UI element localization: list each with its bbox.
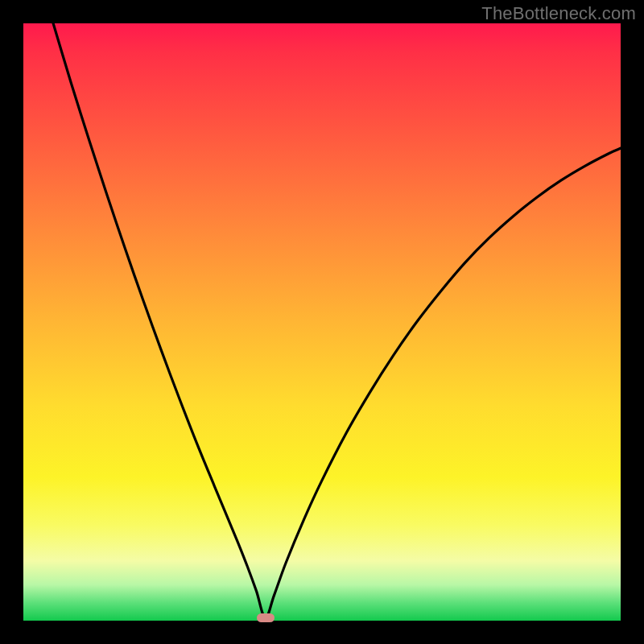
minimum-marker [257, 613, 275, 622]
watermark-text: TheBottleneck.com [481, 3, 636, 24]
bottleneck-curve [23, 23, 621, 621]
plot-area [23, 23, 621, 621]
